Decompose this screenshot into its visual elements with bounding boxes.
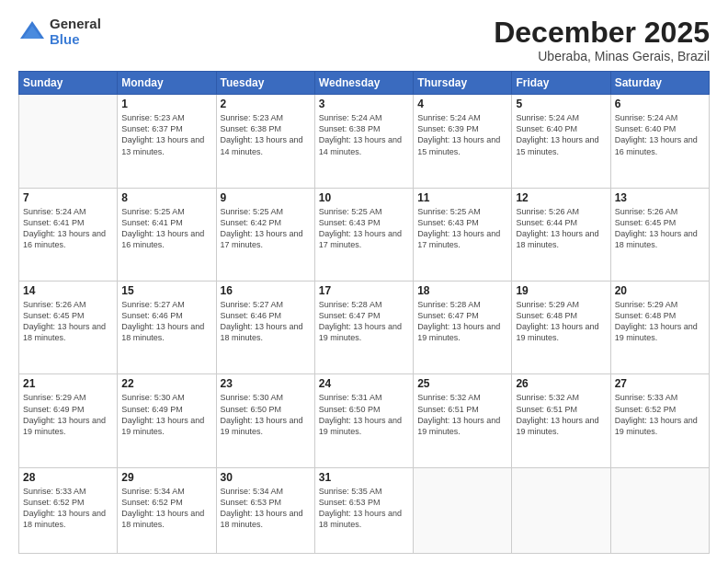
cell-day-number: 18 — [417, 284, 507, 297]
calendar-cell: 8Sunrise: 5:25 AMSunset: 6:41 PMDaylight… — [118, 188, 216, 281]
cell-day-number: 12 — [516, 191, 606, 204]
cell-sun-info: Sunrise: 5:28 AMSunset: 6:47 PMDaylight:… — [319, 299, 409, 344]
cell-day-number: 23 — [221, 377, 311, 390]
cell-day-number: 30 — [221, 471, 311, 484]
cell-sun-info: Sunrise: 5:25 AMSunset: 6:42 PMDaylight:… — [221, 206, 311, 251]
calendar-week-row: 1Sunrise: 5:23 AMSunset: 6:37 PMDaylight… — [19, 95, 710, 188]
cell-sun-info: Sunrise: 5:30 AMSunset: 6:49 PMDaylight:… — [121, 392, 211, 437]
calendar-cell: 26Sunrise: 5:32 AMSunset: 6:51 PMDayligh… — [512, 374, 610, 467]
calendar-cell: 7Sunrise: 5:24 AMSunset: 6:41 PMDaylight… — [19, 188, 118, 281]
calendar-cell — [512, 467, 610, 553]
calendar-cell: 4Sunrise: 5:24 AMSunset: 6:39 PMDaylight… — [414, 95, 512, 188]
cell-sun-info: Sunrise: 5:25 AMSunset: 6:41 PMDaylight:… — [121, 206, 211, 251]
cell-day-number: 10 — [319, 191, 409, 204]
cell-day-number: 26 — [516, 377, 606, 390]
calendar-cell: 31Sunrise: 5:35 AMSunset: 6:53 PMDayligh… — [314, 467, 413, 553]
calendar-cell: 20Sunrise: 5:29 AMSunset: 6:48 PMDayligh… — [610, 282, 709, 374]
cell-day-number: 3 — [319, 98, 409, 110]
cell-sun-info: Sunrise: 5:27 AMSunset: 6:46 PMDaylight:… — [221, 299, 311, 344]
calendar-cell — [19, 95, 118, 188]
cell-day-number: 27 — [615, 377, 705, 390]
cell-sun-info: Sunrise: 5:33 AMSunset: 6:52 PMDaylight:… — [615, 392, 705, 437]
weekday-header: Sunday — [19, 72, 118, 95]
calendar-cell: 10Sunrise: 5:25 AMSunset: 6:43 PMDayligh… — [314, 188, 413, 281]
calendar-cell: 25Sunrise: 5:32 AMSunset: 6:51 PMDayligh… — [414, 374, 512, 467]
cell-sun-info: Sunrise: 5:24 AMSunset: 6:40 PMDaylight:… — [615, 112, 705, 157]
calendar-cell: 11Sunrise: 5:25 AMSunset: 6:43 PMDayligh… — [414, 188, 512, 281]
calendar-cell: 1Sunrise: 5:23 AMSunset: 6:37 PMDaylight… — [118, 95, 216, 188]
weekday-header: Tuesday — [216, 72, 314, 95]
cell-day-number: 21 — [23, 377, 113, 390]
cell-day-number: 24 — [319, 377, 409, 390]
calendar-cell: 12Sunrise: 5:26 AMSunset: 6:44 PMDayligh… — [512, 188, 610, 281]
cell-sun-info: Sunrise: 5:30 AMSunset: 6:50 PMDaylight:… — [221, 392, 311, 437]
cell-sun-info: Sunrise: 5:31 AMSunset: 6:50 PMDaylight:… — [319, 392, 409, 437]
cell-day-number: 2 — [221, 98, 311, 110]
cell-sun-info: Sunrise: 5:34 AMSunset: 6:53 PMDaylight:… — [221, 486, 311, 531]
calendar-cell: 13Sunrise: 5:26 AMSunset: 6:45 PMDayligh… — [610, 188, 709, 281]
calendar-cell: 27Sunrise: 5:33 AMSunset: 6:52 PMDayligh… — [610, 374, 709, 467]
cell-sun-info: Sunrise: 5:23 AMSunset: 6:38 PMDaylight:… — [221, 112, 311, 157]
cell-day-number: 14 — [23, 284, 113, 297]
cell-day-number: 5 — [516, 98, 606, 110]
cell-day-number: 7 — [23, 191, 113, 204]
month-title: December 2025 — [494, 17, 710, 49]
logo: General Blue — [18, 17, 101, 47]
calendar-cell: 22Sunrise: 5:30 AMSunset: 6:49 PMDayligh… — [118, 374, 216, 467]
cell-sun-info: Sunrise: 5:32 AMSunset: 6:51 PMDaylight:… — [417, 392, 507, 437]
calendar-cell: 9Sunrise: 5:25 AMSunset: 6:42 PMDaylight… — [216, 188, 314, 281]
calendar-cell: 19Sunrise: 5:29 AMSunset: 6:48 PMDayligh… — [512, 282, 610, 374]
cell-day-number: 22 — [121, 377, 211, 390]
cell-day-number: 11 — [417, 191, 507, 204]
calendar-cell: 18Sunrise: 5:28 AMSunset: 6:47 PMDayligh… — [414, 282, 512, 374]
cell-day-number: 31 — [319, 471, 409, 484]
cell-day-number: 6 — [615, 98, 705, 110]
cell-sun-info: Sunrise: 5:32 AMSunset: 6:51 PMDaylight:… — [516, 392, 606, 437]
cell-sun-info: Sunrise: 5:34 AMSunset: 6:52 PMDaylight:… — [121, 486, 211, 531]
calendar-cell — [610, 467, 709, 553]
weekday-header: Saturday — [610, 72, 709, 95]
cell-sun-info: Sunrise: 5:29 AMSunset: 6:48 PMDaylight:… — [516, 299, 606, 344]
calendar-cell: 14Sunrise: 5:26 AMSunset: 6:45 PMDayligh… — [19, 282, 118, 374]
cell-sun-info: Sunrise: 5:33 AMSunset: 6:52 PMDaylight:… — [23, 486, 113, 531]
cell-sun-info: Sunrise: 5:26 AMSunset: 6:45 PMDaylight:… — [615, 206, 705, 251]
calendar-week-row: 21Sunrise: 5:29 AMSunset: 6:49 PMDayligh… — [19, 374, 710, 467]
cell-sun-info: Sunrise: 5:23 AMSunset: 6:37 PMDaylight:… — [121, 112, 211, 157]
cell-day-number: 13 — [615, 191, 705, 204]
calendar-cell: 23Sunrise: 5:30 AMSunset: 6:50 PMDayligh… — [216, 374, 314, 467]
cell-sun-info: Sunrise: 5:25 AMSunset: 6:43 PMDaylight:… — [319, 206, 409, 251]
location: Uberaba, Minas Gerais, Brazil — [494, 49, 710, 63]
calendar-cell: 28Sunrise: 5:33 AMSunset: 6:52 PMDayligh… — [19, 467, 118, 553]
calendar-week-row: 14Sunrise: 5:26 AMSunset: 6:45 PMDayligh… — [19, 282, 710, 374]
cell-day-number: 1 — [121, 98, 211, 110]
calendar-cell: 29Sunrise: 5:34 AMSunset: 6:52 PMDayligh… — [118, 467, 216, 553]
cell-sun-info: Sunrise: 5:28 AMSunset: 6:47 PMDaylight:… — [417, 299, 507, 344]
calendar-week-row: 28Sunrise: 5:33 AMSunset: 6:52 PMDayligh… — [19, 467, 710, 553]
calendar-cell: 2Sunrise: 5:23 AMSunset: 6:38 PMDaylight… — [216, 95, 314, 188]
cell-sun-info: Sunrise: 5:24 AMSunset: 6:40 PMDaylight:… — [516, 112, 606, 157]
weekday-header: Friday — [512, 72, 610, 95]
calendar-cell: 5Sunrise: 5:24 AMSunset: 6:40 PMDaylight… — [512, 95, 610, 188]
title-block: December 2025 Uberaba, Minas Gerais, Bra… — [494, 17, 710, 63]
cell-sun-info: Sunrise: 5:29 AMSunset: 6:49 PMDaylight:… — [23, 392, 113, 437]
calendar-cell — [414, 467, 512, 553]
cell-day-number: 16 — [221, 284, 311, 297]
cell-sun-info: Sunrise: 5:35 AMSunset: 6:53 PMDaylight:… — [319, 486, 409, 531]
calendar-cell: 6Sunrise: 5:24 AMSunset: 6:40 PMDaylight… — [610, 95, 709, 188]
cell-day-number: 8 — [121, 191, 211, 204]
calendar-cell: 24Sunrise: 5:31 AMSunset: 6:50 PMDayligh… — [314, 374, 413, 467]
calendar-cell: 3Sunrise: 5:24 AMSunset: 6:38 PMDaylight… — [314, 95, 413, 188]
cell-sun-info: Sunrise: 5:26 AMSunset: 6:44 PMDaylight:… — [516, 206, 606, 251]
cell-sun-info: Sunrise: 5:24 AMSunset: 6:39 PMDaylight:… — [417, 112, 507, 157]
calendar-cell: 15Sunrise: 5:27 AMSunset: 6:46 PMDayligh… — [118, 282, 216, 374]
cell-day-number: 29 — [121, 471, 211, 484]
cell-sun-info: Sunrise: 5:27 AMSunset: 6:46 PMDaylight:… — [121, 299, 211, 344]
cell-sun-info: Sunrise: 5:24 AMSunset: 6:38 PMDaylight:… — [319, 112, 409, 157]
logo-blue: Blue — [50, 32, 101, 48]
cell-day-number: 9 — [221, 191, 311, 204]
weekday-header: Thursday — [414, 72, 512, 95]
cell-day-number: 20 — [615, 284, 705, 297]
page: General Blue December 2025 Uberaba, Mina… — [0, 0, 728, 563]
calendar-table: SundayMondayTuesdayWednesdayThursdayFrid… — [18, 71, 710, 554]
weekday-header: Wednesday — [314, 72, 413, 95]
